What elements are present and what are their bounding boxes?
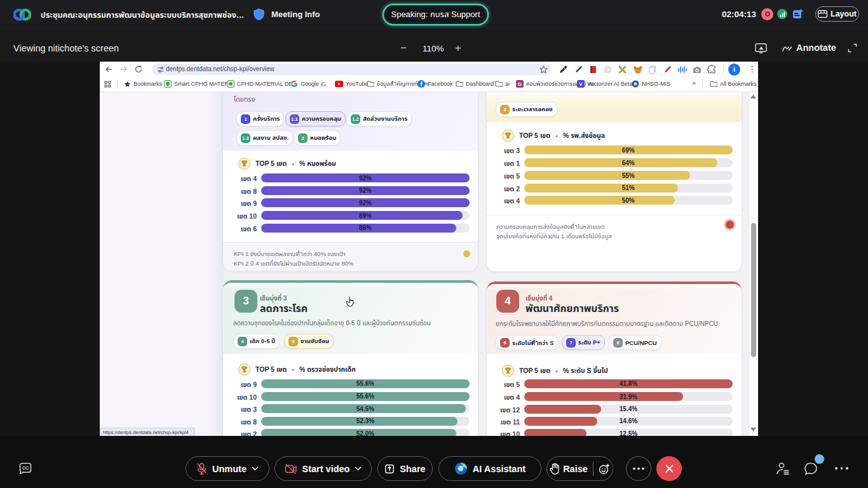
svg-text:CC: CC <box>22 466 29 470</box>
svg-text:D: D <box>518 81 522 87</box>
svg-text:V: V <box>579 81 583 87</box>
